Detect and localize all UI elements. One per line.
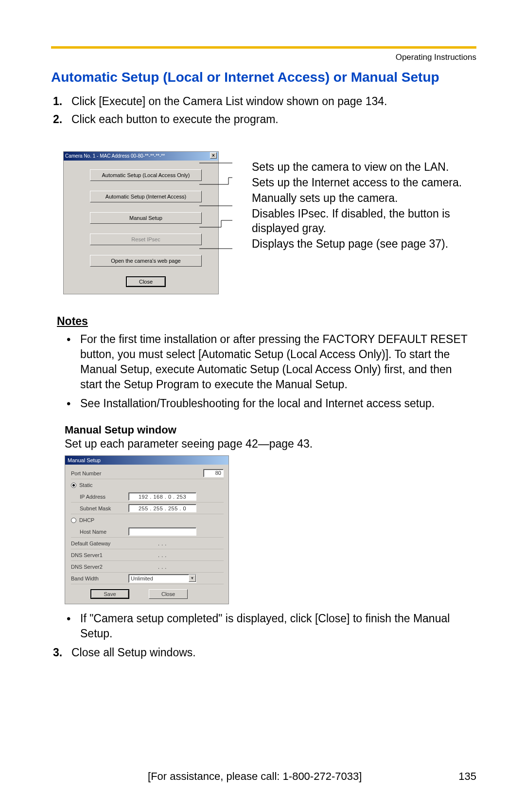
save-button[interactable]: Save xyxy=(90,589,129,599)
host-label: Host Name xyxy=(71,529,128,535)
open-webpage-button[interactable]: Open the camera's web page xyxy=(90,255,202,267)
bandwidth-select[interactable]: Unlimited ▼ xyxy=(128,574,196,583)
step-2: 2.Click each button to execute the progr… xyxy=(71,112,476,127)
header-label: Operating Instructions xyxy=(396,53,476,62)
ip-input[interactable]: 192 . 168 . 0 . 253 xyxy=(128,492,196,501)
step-1: 1.Click [Execute] on the Camera List win… xyxy=(71,94,476,109)
port-input[interactable]: 80 xyxy=(203,469,224,477)
bandwidth-label: Band Width xyxy=(71,576,128,581)
chevron-down-icon: ▼ xyxy=(189,575,196,582)
page-title: Automatic Setup (Local or Internet Acces… xyxy=(51,70,476,85)
dns1-input[interactable]: . . . xyxy=(128,551,196,559)
callout-2: Sets up the Internet access to the camer… xyxy=(252,176,476,190)
static-radio[interactable] xyxy=(71,483,76,488)
auto-setup-local-button[interactable]: Automatic Setup (Local Access Only) xyxy=(90,169,202,181)
manual-setup-button[interactable]: Manual Setup xyxy=(90,212,202,224)
callout-list: Sets up the camera to view on the LAN. S… xyxy=(219,160,476,294)
gateway-input[interactable]: . . . xyxy=(128,539,196,547)
dhcp-label: DHCP xyxy=(79,517,94,523)
manual-setup-heading: Manual Setup window xyxy=(65,424,476,436)
host-input[interactable] xyxy=(128,527,196,536)
header-rule xyxy=(51,46,476,49)
reset-ipsec-button: Reset IPsec xyxy=(90,234,202,245)
gateway-label: Default Gateway xyxy=(71,541,128,546)
footer-assist: [For assistance, please call: 1-800-272-… xyxy=(148,770,362,783)
after-note: If "Camera setup completed" is displayed… xyxy=(80,611,476,641)
dialog-titlebar: Camera No. 1 - MAC Address 00-80-**-**-*… xyxy=(64,152,218,161)
step-3: 3.Close all Setup windows. xyxy=(71,645,476,660)
manual-setup-dialog: Manual Setup Port Number 80 Static IP Ad… xyxy=(65,455,229,604)
page-number: 135 xyxy=(458,770,476,783)
dns1-label: DNS Server1 xyxy=(71,552,128,558)
mask-input[interactable]: 255 . 255 . 255 . 0 xyxy=(128,504,196,512)
callout-1: Sets up the camera to view on the LAN. xyxy=(252,160,476,175)
close-button-2[interactable]: Close xyxy=(149,589,188,599)
manual-setup-intro: Set up each parameter seeing page 42—pag… xyxy=(65,437,476,451)
dns2-label: DNS Server2 xyxy=(71,564,128,570)
auto-setup-internet-button[interactable]: Automatic Setup (Internet Access) xyxy=(90,191,202,202)
setup-dialog: Camera No. 1 - MAC Address 00-80-**-**-*… xyxy=(63,151,219,294)
close-button[interactable]: Close xyxy=(126,276,166,287)
note-2: See Installation/Troubleshooting for the… xyxy=(80,396,476,411)
ip-label: IP Address xyxy=(71,494,128,500)
callout-3: Manually sets up the camera. xyxy=(252,191,476,206)
static-label: Static xyxy=(79,482,93,488)
callout-5: Displays the Setup page (see page 37). xyxy=(252,237,476,252)
dhcp-radio[interactable] xyxy=(71,518,76,523)
mask-label: Subnet Mask xyxy=(71,505,128,511)
manual-setup-titlebar: Manual Setup xyxy=(65,456,228,465)
callout-4: Disables IPsec. If disabled, the button … xyxy=(252,207,476,236)
port-label: Port Number xyxy=(71,470,128,476)
dns2-input[interactable]: . . . xyxy=(128,562,196,571)
note-1: For the first time installation or after… xyxy=(80,332,476,392)
notes-heading: Notes xyxy=(57,315,476,328)
